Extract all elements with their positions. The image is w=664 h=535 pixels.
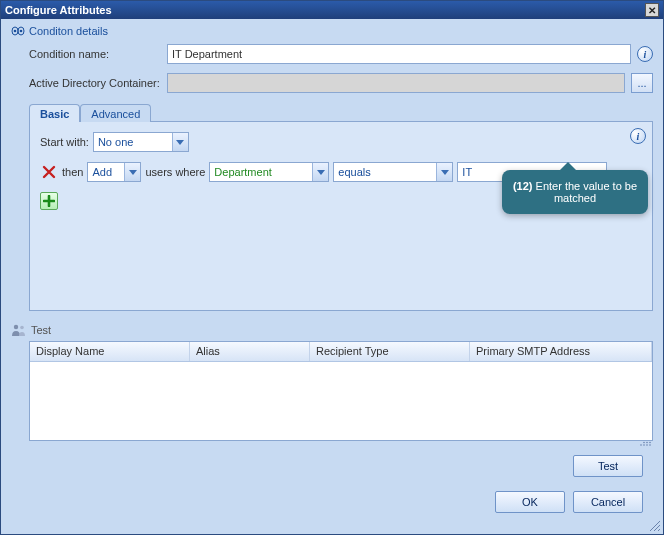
dialog-button-row: OK Cancel bbox=[11, 491, 653, 513]
tab-basic-panel: i Start with: No one bbox=[29, 121, 653, 311]
svg-line-15 bbox=[658, 529, 660, 531]
condition-name-info-button[interactable]: i bbox=[637, 46, 653, 62]
attribute-dropdown[interactable]: Department bbox=[209, 162, 329, 182]
test-button[interactable]: Test bbox=[573, 455, 643, 477]
then-label: then bbox=[62, 166, 83, 178]
action-dropdown[interactable]: Add bbox=[87, 162, 141, 182]
svg-point-4 bbox=[14, 325, 18, 329]
remove-rule-button[interactable] bbox=[40, 163, 58, 181]
svg-point-9 bbox=[649, 444, 651, 446]
close-button[interactable]: ✕ bbox=[645, 3, 659, 17]
svg-point-12 bbox=[649, 442, 651, 444]
col-recipient-type[interactable]: Recipient Type bbox=[310, 342, 470, 361]
ad-container-label: Active Directory Container: bbox=[29, 77, 161, 89]
attribute-value: Department bbox=[210, 166, 275, 178]
test-results-grid[interactable]: Display Name Alias Recipient Type Primar… bbox=[29, 341, 653, 441]
tab-info-button[interactable]: i bbox=[630, 128, 646, 144]
ellipsis-icon: ... bbox=[637, 77, 646, 89]
tab-strip: Basic Advanced bbox=[29, 103, 653, 121]
svg-point-7 bbox=[643, 444, 645, 446]
svg-point-3 bbox=[20, 30, 23, 33]
dialog-content: Conditon details Condition name: i Activ… bbox=[1, 19, 663, 534]
info-icon: i bbox=[637, 131, 640, 142]
info-icon: i bbox=[644, 49, 647, 60]
start-with-value: No one bbox=[94, 136, 137, 148]
tab-advanced[interactable]: Advanced bbox=[80, 104, 151, 122]
condition-name-label: Condition name: bbox=[29, 48, 161, 60]
action-value: Add bbox=[88, 166, 116, 178]
col-primary-smtp[interactable]: Primary SMTP Address bbox=[470, 342, 652, 361]
tab-basic-label: Basic bbox=[40, 108, 69, 120]
chevron-down-icon bbox=[312, 163, 328, 181]
close-icon: ✕ bbox=[648, 5, 656, 16]
ad-container-browse-button[interactable]: ... bbox=[631, 73, 653, 93]
test-label: Test bbox=[31, 324, 51, 336]
callout-text: Enter the value to be matched bbox=[536, 180, 638, 204]
dialog-title: Configure Attributes bbox=[5, 4, 112, 16]
tab-area: Basic Advanced i Start with: No one bbox=[29, 103, 653, 311]
ok-button[interactable]: OK bbox=[495, 491, 565, 513]
condition-name-row: Condition name: i bbox=[29, 44, 653, 64]
configure-attributes-dialog: Configure Attributes ✕ Conditon details … bbox=[0, 0, 664, 535]
plus-icon bbox=[43, 195, 55, 207]
col-alias[interactable]: Alias bbox=[190, 342, 310, 361]
tooltip-callout: (12) Enter the value to be matched bbox=[502, 170, 648, 214]
tab-basic[interactable]: Basic bbox=[29, 104, 80, 122]
svg-point-8 bbox=[646, 444, 648, 446]
users-where-label: users where bbox=[145, 166, 205, 178]
eyes-icon bbox=[11, 25, 25, 37]
ad-container-input bbox=[167, 73, 625, 93]
dialog-resize-handle[interactable] bbox=[647, 518, 661, 532]
condition-name-input[interactable] bbox=[167, 44, 631, 64]
callout-number: (12) bbox=[513, 180, 533, 192]
svg-point-10 bbox=[643, 442, 645, 444]
start-with-label: Start with: bbox=[40, 136, 89, 148]
grid-resize-grip[interactable] bbox=[29, 441, 653, 447]
start-with-row: Start with: No one bbox=[40, 132, 642, 152]
chevron-down-icon bbox=[124, 163, 140, 181]
chevron-down-icon bbox=[172, 133, 188, 151]
svg-point-2 bbox=[14, 30, 17, 33]
x-delete-icon bbox=[42, 165, 56, 179]
condition-details-label: Conditon details bbox=[29, 25, 108, 37]
chevron-down-icon bbox=[436, 163, 452, 181]
grid-header-row: Display Name Alias Recipient Type Primar… bbox=[30, 342, 652, 362]
operator-dropdown[interactable]: equals bbox=[333, 162, 453, 182]
start-with-dropdown[interactable]: No one bbox=[93, 132, 189, 152]
people-icon bbox=[11, 323, 27, 337]
test-section: Test Display Name Alias Recipient Type P… bbox=[11, 323, 653, 477]
ad-container-row: Active Directory Container: ... bbox=[29, 73, 653, 93]
condition-details-header: Conditon details bbox=[11, 25, 653, 37]
test-header: Test bbox=[11, 323, 653, 337]
add-rule-button[interactable] bbox=[40, 192, 58, 210]
svg-point-11 bbox=[646, 442, 648, 444]
operator-value: equals bbox=[334, 166, 374, 178]
test-button-row: Test bbox=[11, 455, 653, 477]
col-display-name[interactable]: Display Name bbox=[30, 342, 190, 361]
cancel-button[interactable]: Cancel bbox=[573, 491, 643, 513]
titlebar: Configure Attributes ✕ bbox=[1, 1, 663, 19]
tab-advanced-label: Advanced bbox=[91, 108, 140, 120]
svg-point-6 bbox=[640, 444, 642, 446]
svg-point-5 bbox=[20, 326, 24, 330]
